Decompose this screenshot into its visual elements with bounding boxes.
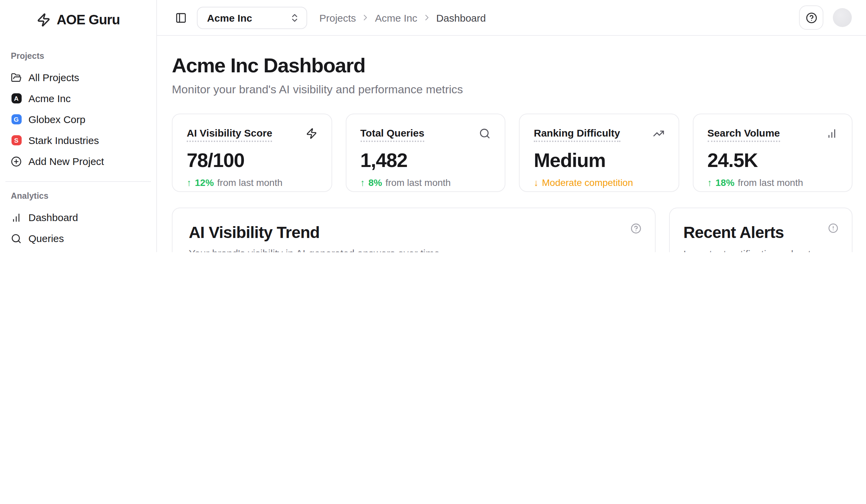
- delta-note: from last month: [385, 177, 451, 188]
- panel-left-icon: [175, 12, 186, 23]
- breadcrumb: Projects Acme Inc Dashboard: [319, 12, 486, 23]
- delta-text: Moderate competition: [542, 177, 633, 188]
- breadcrumb-projects[interactable]: Projects: [319, 12, 356, 23]
- alerts-title: Recent Alerts: [683, 223, 838, 242]
- search-icon: [11, 233, 22, 244]
- arrow-down-icon: ↓: [534, 178, 539, 187]
- project-badge-globex: G: [11, 114, 22, 125]
- stat-delta: ↑ 12% from last month: [187, 177, 317, 188]
- section-label-analytics: Analytics: [0, 191, 156, 201]
- bar-chart-icon: [11, 212, 22, 223]
- body-row: AI Visibility Trend Your brand's visibil…: [172, 208, 853, 252]
- sidebar-item-label: Acme Inc: [29, 93, 71, 104]
- trending-up-icon: [653, 128, 664, 139]
- stat-title: Ranking Difficulty: [534, 127, 620, 142]
- sidebar-item-stark-industries[interactable]: S Stark Industries: [0, 130, 156, 151]
- stat-value: 1,482: [360, 149, 490, 172]
- help-button[interactable]: [799, 5, 823, 30]
- plus-circle-icon: [11, 156, 22, 167]
- chevrons-up-down-icon: [290, 12, 300, 23]
- zap-icon: [306, 128, 317, 139]
- stat-value: Medium: [534, 149, 664, 172]
- stat-title: Total Queries: [360, 127, 424, 142]
- delta-percent: 8%: [368, 177, 382, 188]
- sidebar-nav: Projects All Projects A Acme Inc G Globe…: [0, 51, 156, 252]
- chart-subtitle: Your brand's visibility in AI-generated …: [189, 248, 639, 252]
- recent-alerts-card: Recent Alerts Important notifications ab…: [669, 208, 853, 252]
- sidebar-item-all-projects[interactable]: All Projects: [0, 67, 156, 88]
- page-title: Acme Inc Dashboard: [172, 54, 853, 77]
- delta-note: from last month: [217, 177, 282, 188]
- stat-delta: ↑ 18% from last month: [707, 177, 837, 188]
- chart-title: AI Visibility Trend: [189, 223, 639, 242]
- sidebar-item-globex-corp[interactable]: G Globex Corp: [0, 109, 156, 130]
- sidebar-divider: [5, 181, 151, 182]
- stat-value: 78/100: [187, 149, 317, 172]
- chevron-right-icon: [360, 13, 370, 22]
- arrow-up-icon: ↑: [360, 178, 365, 187]
- delta-note: from last month: [738, 177, 803, 188]
- sidebar-item-label: Queries: [29, 232, 64, 244]
- sidebar-item-label: Globex Corp: [29, 114, 85, 125]
- delta-percent: 12%: [195, 177, 214, 188]
- sidebar-item-label: Add New Project: [29, 156, 104, 167]
- dashboard-content: Acme Inc Dashboard Monitor your brand's …: [157, 36, 866, 252]
- folder-open-icon: [11, 72, 22, 83]
- sidebar-item-acme-inc[interactable]: A Acme Inc: [0, 88, 156, 109]
- stats-row: AI Visibility Score 78/100 ↑ 12% from la…: [172, 114, 853, 192]
- search-icon: [479, 128, 490, 139]
- sidebar-item-label: Stark Industries: [29, 135, 99, 146]
- delta-percent: 18%: [715, 177, 734, 188]
- sidebar-item-label: Dashboard: [29, 211, 78, 223]
- sidebar-toggle-button[interactable]: [175, 11, 187, 24]
- help-circle-icon[interactable]: [631, 223, 641, 234]
- sidebar-item-dashboard[interactable]: Dashboard: [0, 207, 156, 228]
- project-badge-acme: A: [11, 93, 22, 104]
- stat-value: 24.5K: [707, 149, 837, 172]
- breadcrumb-acme-inc[interactable]: Acme Inc: [375, 12, 417, 23]
- stat-card-total-queries: Total Queries 1,482 ↑ 8% from last month: [345, 114, 506, 192]
- section-label-projects: Projects: [0, 51, 156, 61]
- stat-delta: ↓ Moderate competition: [534, 177, 664, 188]
- sidebar-item-competitors[interactable]: Competitors: [0, 249, 156, 252]
- stat-delta: ↑ 8% from last month: [360, 177, 490, 188]
- arrow-up-icon: ↑: [707, 178, 712, 187]
- brand-logo[interactable]: AOE Guru: [0, 10, 156, 29]
- sidebar-item-add-new-project[interactable]: Add New Project: [0, 151, 156, 172]
- project-selector-value: Acme Inc: [207, 12, 252, 23]
- stat-title: Search Volume: [707, 127, 780, 142]
- stat-title: AI Visibility Score: [187, 127, 272, 142]
- project-badge-stark: S: [11, 135, 22, 146]
- stat-card-ai-visibility-score: AI Visibility Score 78/100 ↑ 12% from la…: [172, 114, 332, 192]
- alerts-subtitle: Important notifications about your brand…: [683, 247, 838, 252]
- user-avatar[interactable]: [833, 8, 852, 27]
- chevron-right-icon: [422, 13, 431, 22]
- stat-card-search-volume: Search Volume 24.5K ↑ 18% from last mont…: [692, 114, 853, 192]
- zap-icon: [36, 12, 52, 27]
- page-subtitle: Monitor your brand's AI visibility and p…: [172, 83, 853, 97]
- app-root: AOE Guru Projects All Projects A Acme In…: [0, 0, 866, 252]
- stat-card-ranking-difficulty: Ranking Difficulty Medium ↓ Moderate com…: [519, 114, 679, 192]
- topbar: Acme Inc Projects Acme Inc Dashboard: [157, 0, 866, 36]
- main-area: Acme Inc Projects Acme Inc Dashboard: [157, 0, 866, 252]
- alert-circle-icon: [828, 223, 838, 233]
- sidebar: AOE Guru Projects All Projects A Acme In…: [0, 0, 157, 252]
- sidebar-item-label: All Projects: [29, 72, 79, 83]
- arrow-up-icon: ↑: [187, 178, 191, 187]
- brand-name: AOE Guru: [57, 12, 120, 27]
- help-circle-icon: [806, 12, 817, 23]
- sidebar-item-queries[interactable]: Queries: [0, 228, 156, 249]
- breadcrumb-dashboard: Dashboard: [436, 12, 486, 23]
- bar-chart-icon: [826, 128, 837, 139]
- visibility-trend-card: AI Visibility Trend Your brand's visibil…: [172, 208, 656, 252]
- project-selector[interactable]: Acme Inc: [197, 7, 307, 29]
